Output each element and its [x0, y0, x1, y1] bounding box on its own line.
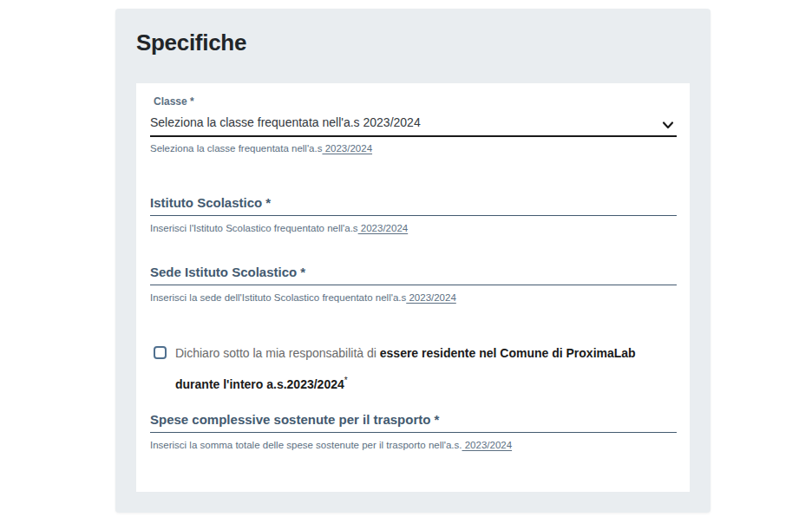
- istituto-helper-text: Inserisci l'Istituto Scolastico frequent…: [150, 223, 358, 233]
- field-sede: Sede Istituto Scolastico * Inserisci la …: [150, 256, 677, 308]
- sede-helper-link[interactable]: 2023/2024: [406, 292, 456, 303]
- spese-input[interactable]: [150, 403, 677, 433]
- classe-helper-text: Seleziona la classe frequentata nell'a.s: [150, 143, 322, 154]
- form-card: Classe * Seleziona la classe frequentata…: [136, 83, 690, 492]
- sede-input[interactable]: [150, 256, 677, 285]
- specifiche-panel: Specifiche Classe * Seleziona la classe …: [115, 9, 710, 513]
- istituto-helper-link[interactable]: 2023/2024: [358, 223, 409, 233]
- classe-label: Classe *: [154, 95, 194, 108]
- sede-helper-text: Inserisci la sede dell'Istituto Scolasti…: [150, 292, 406, 303]
- field-classe: Classe * Seleziona la classe frequentata…: [150, 83, 677, 161]
- residenza-declaration-label: Dichiaro sotto la mia responsabilità di …: [175, 340, 661, 398]
- declaration-prefix: Dichiaro sotto la mia responsabilità di: [175, 346, 380, 360]
- classe-helper-link[interactable]: 2023/2024: [322, 143, 372, 154]
- spese-helper-text: Inserisci la somma totale delle spese so…: [150, 440, 462, 450]
- field-spese: Spese complessive sostenute per il trasp…: [150, 403, 677, 455]
- sede-helper: Inserisci la sede dell'Istituto Scolasti…: [150, 291, 456, 304]
- field-istituto: Istituto Scolastico * Inserisci l'Istitu…: [150, 186, 677, 239]
- declaration-required-asterisk: *: [344, 376, 348, 385]
- istituto-input[interactable]: [150, 186, 677, 216]
- residenza-checkbox[interactable]: [154, 346, 167, 359]
- page-title: Specifiche: [136, 28, 246, 57]
- classe-select[interactable]: Seleziona la classe frequentata nell'a.s…: [150, 113, 677, 135]
- spese-helper-link[interactable]: 2023/2024: [462, 440, 513, 450]
- spese-helper: Inserisci la somma totale delle spese so…: [150, 439, 512, 451]
- classe-select-box: Seleziona la classe frequentata nell'a.s…: [150, 113, 677, 137]
- istituto-helper: Inserisci l'Istituto Scolastico frequent…: [150, 222, 408, 234]
- residenza-declaration-row[interactable]: Dichiaro sotto la mia responsabilità di …: [150, 340, 677, 397]
- classe-helper: Seleziona la classe frequentata nell'a.s…: [150, 142, 372, 154]
